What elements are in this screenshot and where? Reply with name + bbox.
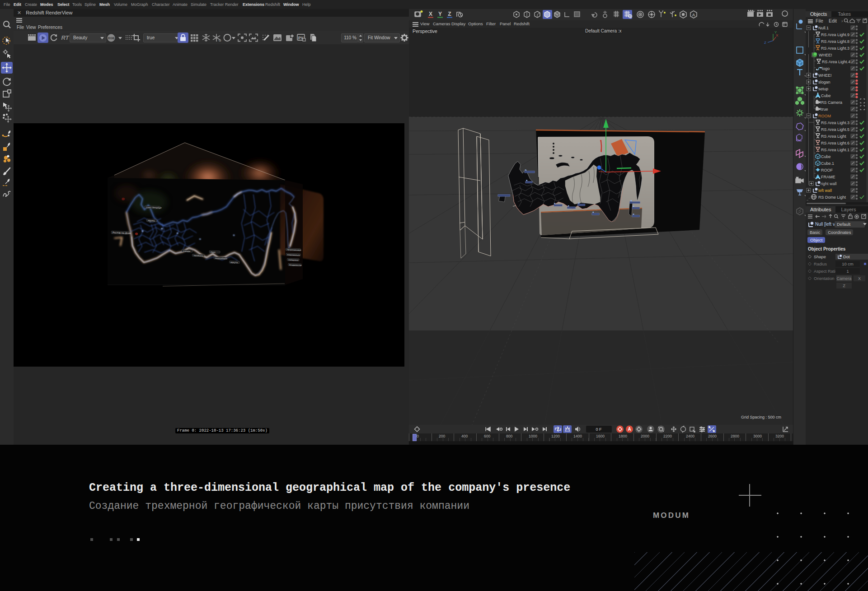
svg-text:X: X bbox=[776, 33, 779, 37]
svg-text:Иркутск: Иркутск bbox=[230, 261, 238, 264]
svg-text:WHEE!: WHEE! bbox=[819, 53, 832, 57]
svg-text:X: X bbox=[429, 11, 432, 17]
svg-text:Комсомольск: Комсомольск bbox=[287, 254, 300, 256]
svg-text:RS Area Light.6: RS Area Light.6 bbox=[821, 141, 849, 145]
svg-text:Null.1: Null.1 bbox=[818, 26, 829, 30]
svg-text:RS Area Light.3: RS Area Light.3 bbox=[821, 121, 849, 125]
svg-text:RGB: RGB bbox=[108, 37, 115, 40]
svg-text:Perspective: Perspective bbox=[413, 28, 437, 34]
svg-text:Dot: Dot bbox=[843, 255, 850, 259]
svg-text:Z: Z bbox=[448, 11, 451, 17]
svg-text:Z: Z bbox=[843, 284, 845, 288]
svg-text:G: G bbox=[219, 39, 221, 42]
svg-text:Омск: Омск bbox=[211, 251, 216, 253]
svg-text:Default Camera :x: Default Camera :x bbox=[585, 28, 622, 33]
svg-text:Radius: Radius bbox=[814, 262, 827, 266]
svg-text:setup: setup bbox=[818, 87, 828, 91]
svg-text:RS Area Light.9: RS Area Light.9 bbox=[821, 33, 849, 37]
svg-text:Z: Z bbox=[764, 41, 766, 45]
svg-text:true: true bbox=[821, 107, 828, 112]
svg-text:Cube.1: Cube.1 bbox=[821, 161, 834, 166]
svg-text:right wall: right wall bbox=[821, 181, 837, 186]
svg-text:Хабаровск: Хабаровск bbox=[288, 259, 298, 261]
svg-text:RS Dome Light: RS Dome Light bbox=[818, 195, 846, 200]
svg-text:10 cm: 10 cm bbox=[842, 262, 854, 266]
svg-text:RS Area Light.5: RS Area Light.5 bbox=[821, 127, 849, 132]
svg-text:Y: Y bbox=[438, 11, 442, 17]
svg-text:left wall: left wall bbox=[818, 188, 832, 193]
svg-text:Camera: Camera bbox=[836, 276, 852, 281]
svg-text:Orientation: Orientation bbox=[814, 276, 834, 281]
svg-text:Самара: Самара bbox=[183, 250, 190, 252]
svg-text:WHEE!: WHEE! bbox=[818, 73, 832, 78]
svg-text:X: X bbox=[858, 276, 861, 281]
svg-text:FRAME: FRAME bbox=[821, 175, 835, 179]
svg-text:Москва: Москва bbox=[148, 219, 155, 222]
svg-text:RS Area Light.1: RS Area Light.1 bbox=[821, 148, 849, 152]
svg-text:RS Area Light.8: RS Area Light.8 bbox=[821, 39, 849, 44]
svg-text:Владивосток: Владивосток bbox=[289, 264, 301, 266]
svg-text:A: A bbox=[692, 13, 695, 17]
svg-text:RS Area Light.3: RS Area Light.3 bbox=[821, 46, 849, 51]
svg-text:0 F: 0 F bbox=[596, 427, 602, 432]
svg-text:RS Camera: RS Camera bbox=[821, 100, 842, 105]
svg-text:Shape: Shape bbox=[814, 255, 826, 259]
svg-text:A: A bbox=[628, 427, 631, 432]
svg-text:ROOM: ROOM bbox=[818, 114, 831, 118]
svg-text:slogan: slogan bbox=[818, 80, 830, 84]
svg-text:Cube: Cube bbox=[821, 93, 831, 98]
svg-text:Grid Spacing : 500 cm: Grid Spacing : 500 cm bbox=[741, 415, 781, 419]
svg-text:1: 1 bbox=[846, 269, 849, 274]
svg-text:logo: logo bbox=[822, 66, 830, 71]
svg-text:ROOF: ROOF bbox=[821, 168, 833, 172]
svg-text:Новосибирск: Новосибирск bbox=[215, 257, 228, 260]
svg-text:RS Area Light: RS Area Light bbox=[821, 134, 846, 139]
svg-text:Челябинск: Челябинск bbox=[193, 255, 204, 257]
svg-text:RS Area Light.4: RS Area Light.4 bbox=[822, 60, 850, 64]
svg-text:Aspect Ratio: Aspect Ratio bbox=[814, 269, 838, 274]
svg-text:Cube: Cube bbox=[821, 154, 831, 159]
